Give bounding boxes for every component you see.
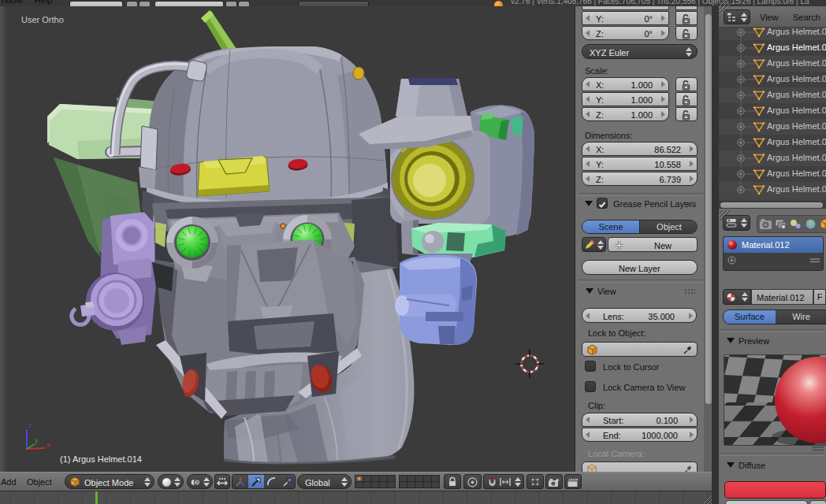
svg-text:y: y (35, 436, 39, 444)
svg-text:z: z (28, 421, 32, 429)
svg-text:x: x (47, 441, 50, 449)
